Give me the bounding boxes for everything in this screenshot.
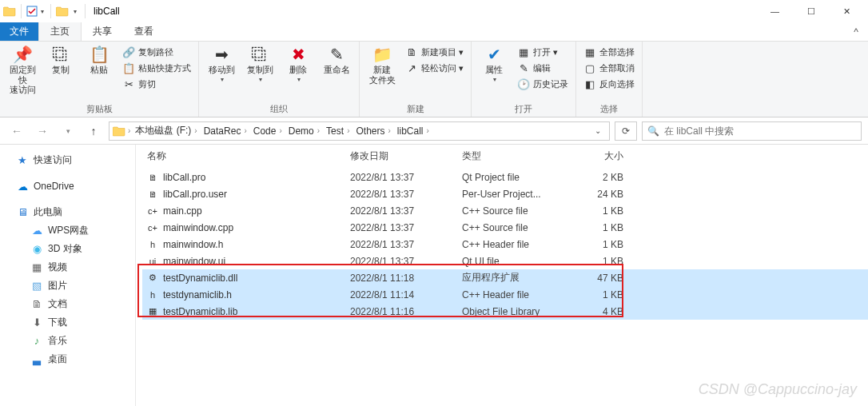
ribbon-group-1: ➡移动到▾⿻复制到▾✖删除▾✎重命名组织	[199, 42, 360, 117]
ribbon-icon: ▦	[583, 46, 596, 58]
column-header-type[interactable]: 类型	[462, 149, 571, 163]
ribbon-big-button[interactable]: ✔属性▾	[476, 43, 512, 85]
file-icon: h	[147, 289, 158, 301]
breadcrumb-dropdown-icon[interactable]: ⌄	[590, 126, 606, 135]
sidebar-item[interactable]: ⬇下载	[3, 313, 132, 332]
ribbon-small-button[interactable]: ▦全部选择	[581, 45, 637, 59]
file-name: libCall.pro.user	[163, 189, 227, 200]
file-icon: ⚙	[147, 273, 158, 284]
file-name: main.cpp	[163, 205, 202, 217]
file-list[interactable]: 名称 修改日期 类型 大小 🗎libCall.pro2022/8/1 13:37…	[136, 145, 868, 406]
sidebar-item-label: 图片	[48, 279, 67, 293]
file-row[interactable]: 🗎libCall.pro2022/8/1 13:37Qt Project fil…	[142, 169, 868, 185]
folder-icon-2[interactable]	[56, 5, 69, 18]
ribbon-group-3: ✔属性▾▦打开 ▾✎编辑🕑历史记录打开	[472, 42, 576, 117]
file-row[interactable]: uimainwindow.ui2022/8/1 13:37Qt UI file1…	[142, 253, 868, 269]
ribbon-big-button[interactable]: ➡移动到▾	[204, 43, 239, 85]
refresh-button[interactable]: ⟳	[615, 121, 637, 141]
file-icon: ▦	[147, 306, 158, 317]
minimize-button[interactable]: —	[757, 0, 793, 22]
sidebar-item[interactable]: 🖥此电脑	[3, 203, 132, 221]
search-input[interactable]	[664, 125, 856, 137]
ribbon-icon: 📁	[372, 45, 392, 64]
chevron-down-icon: ▾	[259, 76, 262, 83]
column-header-name[interactable]: 名称	[142, 149, 350, 163]
ribbon-icon: ✎	[327, 45, 346, 64]
breadcrumb-item[interactable]: Demo›	[286, 125, 322, 137]
column-headers[interactable]: 名称 修改日期 类型 大小	[142, 149, 868, 169]
ribbon-small-button[interactable]: ▦打开 ▾	[515, 45, 571, 59]
ribbon-big-button[interactable]: 📁新建 文件夹	[364, 43, 400, 86]
file-row[interactable]: ⚙testDynamiclib.dll2022/8/1 11:18应用程序扩展4…	[142, 269, 868, 286]
ribbon-small-button[interactable]: ✂剪切	[120, 77, 193, 91]
sidebar-item[interactable]: ☁OneDrive	[3, 177, 132, 195]
file-menu-button[interactable]: 文件	[0, 22, 38, 41]
qat-overflow-icon[interactable]: ▾	[70, 8, 80, 15]
file-row[interactable]: c+mainwindow.cpp2022/8/1 13:37C++ Source…	[142, 219, 868, 236]
tab-1[interactable]: 共享	[82, 22, 123, 41]
breadcrumb-item[interactable]: DataRec›	[201, 125, 249, 137]
ribbon-small-button[interactable]: 📋粘贴快捷方式	[120, 61, 193, 75]
content-area: ★快速访问☁OneDrive🖥此电脑☁WPS网盘◉3D 对象▦视频▧图片🗎文档⬇…	[0, 145, 868, 406]
chevron-down-icon: ▾	[221, 76, 224, 83]
qat-dropdown-icon[interactable]: ▾	[39, 8, 46, 15]
breadcrumb-item[interactable]: libCall›	[395, 125, 432, 137]
sidebar-item-label: 桌面	[48, 352, 67, 366]
sidebar-item[interactable]: 🗎文档	[3, 295, 132, 313]
sidebar-item[interactable]: ◉3D 对象	[3, 240, 132, 258]
sidebar-item[interactable]: ▃桌面	[3, 350, 132, 368]
tab-0[interactable]: 主页	[38, 22, 82, 41]
close-button[interactable]: ✕	[829, 0, 865, 22]
sidebar-item[interactable]: ★快速访问	[3, 151, 132, 169]
ribbon-big-button[interactable]: ⿻复制到▾	[242, 43, 277, 85]
ribbon-icon: ↗	[405, 62, 418, 74]
ribbon-expand-icon[interactable]: ^	[844, 22, 868, 41]
ribbon-small-button[interactable]: 🗎新建项目 ▾	[403, 45, 466, 59]
ribbon-icon: ▦	[517, 46, 530, 58]
nav-forward-button[interactable]: →	[32, 121, 53, 141]
ribbon-big-button[interactable]: ✖删除▾	[281, 43, 316, 85]
navigation-pane[interactable]: ★快速访问☁OneDrive🖥此电脑☁WPS网盘◉3D 对象▦视频▧图片🗎文档⬇…	[0, 145, 136, 406]
maximize-button[interactable]: ☐	[793, 0, 829, 22]
search-box[interactable]: 🔍	[642, 121, 862, 141]
ribbon-small-button[interactable]: ▢全部取消	[581, 61, 637, 75]
ribbon-small-button[interactable]: ↗轻松访问 ▾	[403, 61, 466, 75]
nav-recent-dropdown[interactable]: ▾	[58, 121, 78, 141]
qat-checkbox-icon[interactable]	[26, 6, 38, 17]
breadcrumb-item[interactable]: Code›	[251, 125, 285, 137]
file-icon: c+	[147, 222, 158, 233]
ribbon-big-button[interactable]: 📌固定到快 速访问	[5, 43, 40, 97]
file-icon: h	[147, 239, 158, 250]
sidebar-item[interactable]: ▧图片	[3, 277, 132, 295]
file-row[interactable]: ▦testDynamiclib.lib2022/8/1 11:16Object …	[142, 303, 868, 320]
ribbon-big-button[interactable]: ✎重命名	[319, 43, 354, 77]
nav-up-button[interactable]: ↑	[83, 121, 104, 141]
sidebar-icon: 🗎	[30, 298, 43, 311]
file-icon: c+	[147, 205, 158, 217]
ribbon-big-button[interactable]: ⿻复制	[43, 43, 78, 77]
ribbon-small-button[interactable]: ◧反向选择	[581, 77, 637, 91]
column-header-size[interactable]: 大小	[571, 149, 623, 163]
breadcrumb-item[interactable]: Others›	[353, 125, 392, 137]
tab-2[interactable]: 查看	[123, 22, 165, 41]
ribbon-small-button[interactable]: 🕑历史记录	[515, 77, 571, 91]
nav-back-button[interactable]: ←	[6, 121, 27, 141]
breadcrumb-item[interactable]: 本地磁盘 (F:)›	[133, 124, 199, 137]
sidebar-item[interactable]: ☁WPS网盘	[3, 221, 132, 240]
file-row[interactable]: 🗎libCall.pro.user2022/8/1 13:37Per-User …	[142, 185, 868, 202]
sidebar-item-label: WPS网盘	[48, 224, 89, 237]
sidebar-item[interactable]: ♪音乐	[3, 332, 132, 350]
column-header-date[interactable]: 修改日期	[350, 149, 462, 163]
sidebar-item[interactable]: ▦视频	[3, 258, 132, 277]
file-row[interactable]: c+main.cpp2022/8/1 13:37C++ Source file1…	[142, 202, 868, 219]
breadcrumb-item[interactable]: Test›	[324, 125, 352, 137]
file-row[interactable]: htestdynamiclib.h2022/8/1 11:14C++ Heade…	[142, 286, 868, 303]
breadcrumb[interactable]: › 本地磁盘 (F:)›DataRec›Code›Demo›Test›Other…	[109, 121, 610, 141]
ribbon-icon: 📌	[13, 45, 32, 64]
file-row[interactable]: hmainwindow.h2022/8/1 13:37C++ Header fi…	[142, 236, 868, 253]
ribbon-big-button[interactable]: 📋粘贴	[82, 43, 117, 77]
ribbon-small-button[interactable]: ✎编辑	[515, 61, 571, 75]
file-name: libCall.pro	[163, 172, 205, 183]
ribbon-small-button[interactable]: 🔗复制路径	[120, 45, 193, 59]
sidebar-item-label: 此电脑	[34, 205, 62, 219]
